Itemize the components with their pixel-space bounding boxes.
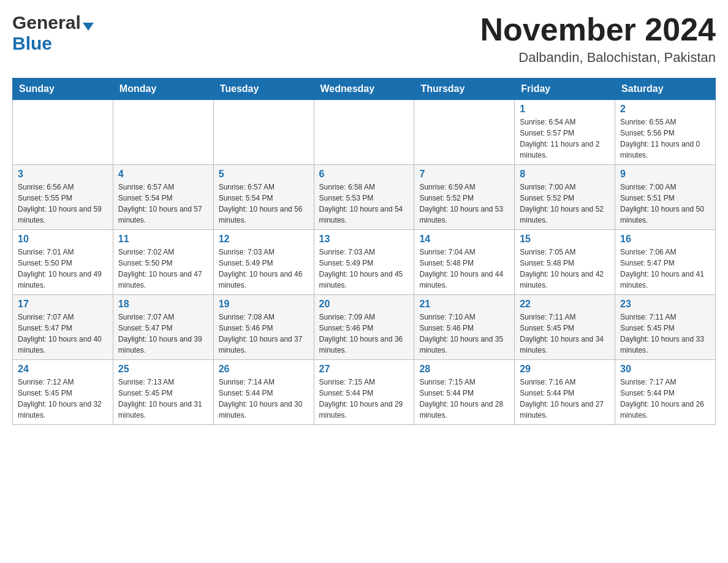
day-cell-2-1: 11Sunrise: 7:02 AMSunset: 5:50 PMDayligh… xyxy=(113,230,213,295)
title-block: November 2024 Dalbandin, Balochistan, Pa… xyxy=(480,12,716,66)
col-saturday: Saturday xyxy=(615,79,716,100)
day-info-15: Sunrise: 7:05 AMSunset: 5:48 PMDaylight:… xyxy=(520,247,610,291)
day-cell-3-2: 19Sunrise: 7:08 AMSunset: 5:46 PMDayligh… xyxy=(213,295,314,360)
day-number-6: 6 xyxy=(319,169,409,180)
location-title: Dalbandin, Balochistan, Pakistan xyxy=(480,50,716,66)
day-cell-0-2 xyxy=(213,100,314,165)
day-number-2: 2 xyxy=(620,104,710,115)
day-cell-3-0: 17Sunrise: 7:07 AMSunset: 5:47 PMDayligh… xyxy=(13,295,113,360)
day-number-14: 14 xyxy=(419,234,509,245)
day-info-4: Sunrise: 6:57 AMSunset: 5:54 PMDaylight:… xyxy=(118,182,208,226)
day-info-14: Sunrise: 7:04 AMSunset: 5:48 PMDaylight:… xyxy=(419,247,509,291)
day-info-22: Sunrise: 7:11 AMSunset: 5:45 PMDaylight:… xyxy=(520,312,610,356)
day-number-1: 1 xyxy=(520,104,610,115)
logo-blue-text: Blue xyxy=(12,33,52,54)
col-tuesday: Tuesday xyxy=(213,79,314,100)
week-row-1: 3Sunrise: 6:56 AMSunset: 5:55 PMDaylight… xyxy=(13,165,716,230)
day-cell-1-3: 6Sunrise: 6:58 AMSunset: 5:53 PMDaylight… xyxy=(314,165,414,230)
day-info-18: Sunrise: 7:07 AMSunset: 5:47 PMDaylight:… xyxy=(118,312,208,356)
col-friday: Friday xyxy=(515,79,615,100)
col-sunday: Sunday xyxy=(13,79,113,100)
day-info-25: Sunrise: 7:13 AMSunset: 5:45 PMDaylight:… xyxy=(118,377,208,421)
col-monday: Monday xyxy=(113,79,213,100)
calendar-header-row: Sunday Monday Tuesday Wednesday Thursday… xyxy=(13,79,716,100)
day-number-12: 12 xyxy=(219,234,309,245)
day-cell-1-4: 7Sunrise: 6:59 AMSunset: 5:52 PMDaylight… xyxy=(414,165,515,230)
day-cell-3-5: 22Sunrise: 7:11 AMSunset: 5:45 PMDayligh… xyxy=(515,295,615,360)
month-title: November 2024 xyxy=(480,12,716,47)
day-cell-0-4 xyxy=(414,100,515,165)
day-number-20: 20 xyxy=(319,299,409,310)
day-info-20: Sunrise: 7:09 AMSunset: 5:46 PMDaylight:… xyxy=(319,312,409,356)
day-info-2: Sunrise: 6:55 AMSunset: 5:56 PMDaylight:… xyxy=(620,117,710,161)
day-info-9: Sunrise: 7:00 AMSunset: 5:51 PMDaylight:… xyxy=(620,182,710,226)
day-cell-2-2: 12Sunrise: 7:03 AMSunset: 5:49 PMDayligh… xyxy=(213,230,314,295)
day-info-3: Sunrise: 6:56 AMSunset: 5:55 PMDaylight:… xyxy=(18,182,108,226)
day-number-11: 11 xyxy=(118,234,208,245)
day-number-10: 10 xyxy=(18,234,108,245)
day-cell-0-6: 2Sunrise: 6:55 AMSunset: 5:56 PMDaylight… xyxy=(615,100,716,165)
day-info-23: Sunrise: 7:11 AMSunset: 5:45 PMDaylight:… xyxy=(620,312,710,356)
day-info-27: Sunrise: 7:15 AMSunset: 5:44 PMDaylight:… xyxy=(319,377,409,421)
day-info-30: Sunrise: 7:17 AMSunset: 5:44 PMDaylight:… xyxy=(620,377,710,421)
day-number-13: 13 xyxy=(319,234,409,245)
day-number-3: 3 xyxy=(18,169,108,180)
day-number-8: 8 xyxy=(520,169,610,180)
day-info-11: Sunrise: 7:02 AMSunset: 5:50 PMDaylight:… xyxy=(118,247,208,291)
week-row-3: 17Sunrise: 7:07 AMSunset: 5:47 PMDayligh… xyxy=(13,295,716,360)
day-number-17: 17 xyxy=(18,299,108,310)
day-cell-1-1: 4Sunrise: 6:57 AMSunset: 5:54 PMDaylight… xyxy=(113,165,213,230)
day-info-16: Sunrise: 7:06 AMSunset: 5:47 PMDaylight:… xyxy=(620,247,710,291)
day-number-9: 9 xyxy=(620,169,710,180)
day-info-24: Sunrise: 7:12 AMSunset: 5:45 PMDaylight:… xyxy=(18,377,108,421)
day-number-15: 15 xyxy=(520,234,610,245)
day-info-8: Sunrise: 7:00 AMSunset: 5:52 PMDaylight:… xyxy=(520,182,610,226)
day-cell-1-6: 9Sunrise: 7:00 AMSunset: 5:51 PMDaylight… xyxy=(615,165,716,230)
day-cell-2-3: 13Sunrise: 7:03 AMSunset: 5:49 PMDayligh… xyxy=(314,230,414,295)
day-number-18: 18 xyxy=(118,299,208,310)
day-info-17: Sunrise: 7:07 AMSunset: 5:47 PMDaylight:… xyxy=(18,312,108,356)
week-row-2: 10Sunrise: 7:01 AMSunset: 5:50 PMDayligh… xyxy=(13,230,716,295)
day-cell-3-6: 23Sunrise: 7:11 AMSunset: 5:45 PMDayligh… xyxy=(615,295,716,360)
col-wednesday: Wednesday xyxy=(314,79,414,100)
day-cell-0-0 xyxy=(13,100,113,165)
day-number-29: 29 xyxy=(520,364,610,375)
day-number-21: 21 xyxy=(419,299,509,310)
day-info-28: Sunrise: 7:15 AMSunset: 5:44 PMDaylight:… xyxy=(419,377,509,421)
day-info-19: Sunrise: 7:08 AMSunset: 5:46 PMDaylight:… xyxy=(219,312,309,356)
day-cell-4-1: 25Sunrise: 7:13 AMSunset: 5:45 PMDayligh… xyxy=(113,360,213,425)
day-number-25: 25 xyxy=(118,364,208,375)
day-number-19: 19 xyxy=(219,299,309,310)
week-row-0: 1Sunrise: 6:54 AMSunset: 5:57 PMDaylight… xyxy=(13,100,716,165)
day-cell-4-6: 30Sunrise: 7:17 AMSunset: 5:44 PMDayligh… xyxy=(615,360,716,425)
day-info-5: Sunrise: 6:57 AMSunset: 5:54 PMDaylight:… xyxy=(219,182,309,226)
day-cell-2-5: 15Sunrise: 7:05 AMSunset: 5:48 PMDayligh… xyxy=(515,230,615,295)
day-cell-4-2: 26Sunrise: 7:14 AMSunset: 5:44 PMDayligh… xyxy=(213,360,314,425)
day-number-27: 27 xyxy=(319,364,409,375)
day-cell-4-5: 29Sunrise: 7:16 AMSunset: 5:44 PMDayligh… xyxy=(515,360,615,425)
logo-general-text: General xyxy=(12,12,81,33)
day-info-10: Sunrise: 7:01 AMSunset: 5:50 PMDaylight:… xyxy=(18,247,108,291)
logo: General Blue xyxy=(12,12,94,54)
day-cell-3-3: 20Sunrise: 7:09 AMSunset: 5:46 PMDayligh… xyxy=(314,295,414,360)
day-cell-2-6: 16Sunrise: 7:06 AMSunset: 5:47 PMDayligh… xyxy=(615,230,716,295)
day-cell-2-4: 14Sunrise: 7:04 AMSunset: 5:48 PMDayligh… xyxy=(414,230,515,295)
day-number-24: 24 xyxy=(18,364,108,375)
day-cell-0-5: 1Sunrise: 6:54 AMSunset: 5:57 PMDaylight… xyxy=(515,100,615,165)
calendar-table: Sunday Monday Tuesday Wednesday Thursday… xyxy=(12,78,716,425)
day-cell-4-4: 28Sunrise: 7:15 AMSunset: 5:44 PMDayligh… xyxy=(414,360,515,425)
week-row-4: 24Sunrise: 7:12 AMSunset: 5:45 PMDayligh… xyxy=(13,360,716,425)
day-number-28: 28 xyxy=(419,364,509,375)
day-info-12: Sunrise: 7:03 AMSunset: 5:49 PMDaylight:… xyxy=(219,247,309,291)
day-number-23: 23 xyxy=(620,299,710,310)
day-info-21: Sunrise: 7:10 AMSunset: 5:46 PMDaylight:… xyxy=(419,312,509,356)
day-cell-0-3 xyxy=(314,100,414,165)
day-cell-1-2: 5Sunrise: 6:57 AMSunset: 5:54 PMDaylight… xyxy=(213,165,314,230)
day-number-5: 5 xyxy=(219,169,309,180)
day-number-26: 26 xyxy=(219,364,309,375)
day-number-30: 30 xyxy=(620,364,710,375)
col-thursday: Thursday xyxy=(414,79,515,100)
day-cell-4-3: 27Sunrise: 7:15 AMSunset: 5:44 PMDayligh… xyxy=(314,360,414,425)
day-info-26: Sunrise: 7:14 AMSunset: 5:44 PMDaylight:… xyxy=(219,377,309,421)
day-info-6: Sunrise: 6:58 AMSunset: 5:53 PMDaylight:… xyxy=(319,182,409,226)
